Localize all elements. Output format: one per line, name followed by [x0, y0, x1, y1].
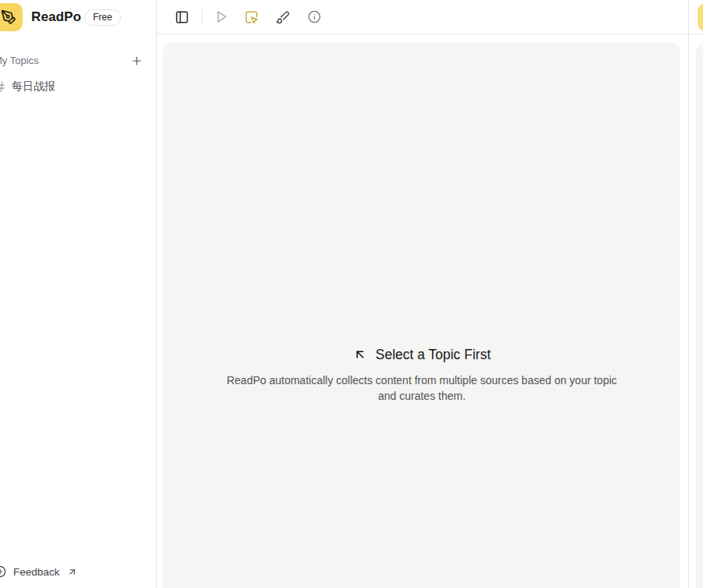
panel-left-toggle-button[interactable] [175, 10, 189, 24]
info-icon [308, 10, 321, 23]
main-area: Select a Topic First ReadPo automaticall… [157, 0, 688, 588]
feedback-label: Feedback [13, 566, 59, 578]
right-panel [688, 0, 703, 588]
panel-left-icon [175, 10, 189, 24]
play-button[interactable] [214, 10, 228, 24]
topics-section-title: My Topics [0, 55, 39, 66]
sidebar-spacer [0, 95, 156, 564]
arrow-up-right-icon [67, 567, 77, 577]
app-root: ReadPo Free My Topics 每日战报 [0, 0, 703, 588]
app-title: ReadPo [31, 9, 81, 25]
empty-state-title-row: Select a Topic First [219, 347, 625, 363]
primary-action-button[interactable] [698, 3, 703, 31]
play-icon [215, 10, 228, 23]
circle-plus-icon [0, 565, 6, 578]
sidebar-item-topic[interactable]: 每日战报 [0, 78, 156, 95]
empty-state-description: ReadPo automatically collects content fr… [219, 372, 625, 404]
editor-toolbar [157, 0, 688, 34]
topic-label: 每日战报 [12, 80, 55, 94]
empty-state-title: Select a Topic First [376, 347, 491, 363]
square-mouse-pointer-icon [244, 10, 259, 24]
right-panel-toolbar [689, 0, 703, 34]
readpo-logo[interactable] [0, 3, 23, 31]
plan-badge: Free [84, 9, 121, 26]
pen-tool-icon [1, 9, 16, 25]
arrow-up-left-icon [353, 347, 367, 362]
select-pointer-button[interactable] [244, 10, 259, 24]
info-button[interactable] [307, 10, 321, 24]
topics-section-header: My Topics [0, 51, 156, 70]
brush-button[interactable] [276, 10, 290, 24]
right-panel-card [696, 43, 703, 588]
empty-state: Select a Topic First ReadPo automaticall… [219, 339, 625, 404]
add-topic-button[interactable] [129, 53, 145, 69]
main-content: Select a Topic First ReadPo automaticall… [157, 34, 688, 588]
feedback-link[interactable]: Feedback [0, 564, 156, 588]
content-card: Select a Topic First ReadPo automaticall… [163, 43, 680, 588]
plus-icon [130, 55, 143, 67]
brush-icon [276, 10, 290, 24]
sidebar: ReadPo Free My Topics 每日战报 [0, 0, 157, 588]
logo-row: ReadPo Free [0, 0, 156, 34]
hash-icon [0, 80, 6, 93]
toolbar-divider [202, 9, 202, 25]
